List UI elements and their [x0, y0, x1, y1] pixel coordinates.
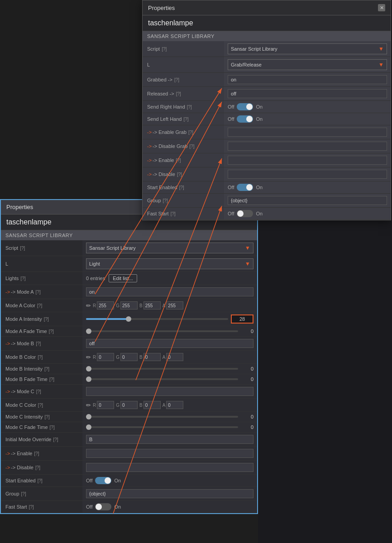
mode-a-a-input[interactable]	[166, 301, 183, 310]
bottom-start-enabled-toggle[interactable]	[95, 477, 111, 484]
mode-b-a-input[interactable]	[166, 353, 183, 361]
mode-a-b-input[interactable]	[143, 301, 161, 310]
top-start-enabled-toggle[interactable]	[237, 184, 253, 191]
mode-b-intensity-track[interactable]	[86, 368, 238, 370]
top-grabbed-value	[224, 73, 391, 87]
mode-b-g-input[interactable]	[120, 353, 138, 361]
top-group-input[interactable]	[228, 196, 387, 205]
bottom-sub-value[interactable]: Light ▼	[82, 256, 257, 272]
top-disable-value	[224, 167, 391, 181]
top-released-label: Released -> [?]	[143, 87, 224, 101]
mode-a-color-label: Mode A Color [?]	[1, 299, 82, 312]
bottom-start-enabled-value: Off On	[82, 475, 257, 487]
mode-b-fade-thumb[interactable]	[86, 376, 91, 382]
mode-b-r-input[interactable]	[97, 353, 114, 361]
mode-c-input[interactable]	[86, 387, 253, 396]
top-released-input[interactable]	[228, 89, 387, 98]
top-script-value[interactable]: Sansar Script Library ▼	[224, 41, 391, 57]
mode-c-intensity-thumb[interactable]	[86, 414, 91, 419]
mode-c-color-row: ✏ R G B A	[86, 401, 183, 409]
bottom-section-header: SANSAR SCRIPT LIBRARY	[1, 230, 257, 240]
top-send-left-knob	[246, 116, 253, 122]
mode-b-intensity-value: 0	[82, 364, 257, 374]
mode-b-intensity-val: 0	[241, 366, 253, 372]
mode-a-fade-thumb[interactable]	[86, 329, 91, 334]
mode-a-fade-track[interactable]	[86, 330, 238, 332]
lights-entries: 0 entries	[86, 276, 105, 281]
top-fast-start-knob	[237, 210, 244, 217]
mode-a-fade-label: Mode A Fade Time [?]	[1, 326, 82, 337]
top-enable-input[interactable]	[228, 156, 387, 165]
bottom-script-dropdown[interactable]: Sansar Script Library ▼	[86, 243, 253, 253]
mode-c-g-input[interactable]	[120, 401, 138, 409]
top-send-right-toggle[interactable]	[237, 103, 253, 110]
mode-b-color-picker-icon[interactable]: ✏	[86, 354, 91, 361]
mode-c-fade-thumb[interactable]	[86, 424, 91, 430]
top-send-left-toggle-row: Off On	[228, 115, 263, 123]
initial-mode-input[interactable]	[86, 435, 253, 444]
mode-b-color-value: ✏ R G B A	[82, 351, 257, 364]
bottom-sub-dropdown[interactable]: Light ▼	[86, 258, 253, 269]
top-fast-start-toggle[interactable]	[237, 210, 253, 217]
mode-a-intensity-slider: 28	[86, 314, 253, 324]
mode-b-color-row: ✏ R G B A	[86, 353, 183, 361]
top-enable-grab-input[interactable]	[228, 128, 387, 137]
mode-a-color-value: ✏ R G B A	[82, 299, 257, 312]
mode-b-b-channel: B	[139, 353, 161, 361]
top-sub-label: L	[143, 57, 224, 73]
mode-b-fade-val: 0	[241, 376, 253, 382]
top-enable-label: -> -> Enable [?]	[143, 153, 224, 167]
mode-a-color-picker-icon[interactable]: ✏	[86, 302, 91, 309]
top-send-left-value: Off On	[224, 113, 391, 125]
mode-c-color-picker-icon[interactable]: ✏	[86, 402, 91, 409]
bottom-fast-start-toggle[interactable]	[95, 503, 111, 510]
bottom-group-input[interactable]	[86, 489, 253, 498]
mode-c-intensity-value: 0	[82, 412, 257, 422]
mode-c-fade-val: 0	[241, 424, 253, 430]
top-send-left-toggle[interactable]	[237, 115, 253, 123]
top-script-dropdown[interactable]: Sansar Script Library ▼	[228, 43, 387, 54]
bottom-script-value[interactable]: Sansar Script Library ▼	[82, 240, 257, 256]
top-sub-dropdown-arrow: ▼	[378, 62, 384, 68]
mode-a-label: -> -> Mode A [?]	[1, 285, 82, 299]
top-grabbed-input[interactable]	[228, 75, 387, 84]
mode-c-intensity-track[interactable]	[86, 416, 238, 418]
mode-c-r-input[interactable]	[97, 401, 114, 409]
bottom-sub-dropdown-arrow: ▼	[245, 261, 250, 267]
mode-b-g-channel: G	[116, 353, 138, 361]
mode-c-fade-track[interactable]	[86, 426, 238, 428]
mode-b-input[interactable]	[86, 339, 253, 348]
bottom-properties-panel: Properties taschenlampe SANSAR SCRIPT LI…	[0, 199, 258, 514]
bottom-disable-value	[82, 461, 257, 475]
mode-b-b-input[interactable]	[143, 353, 161, 361]
mode-c-a-input[interactable]	[166, 401, 183, 409]
bottom-group-value	[82, 487, 257, 501]
top-disable-input[interactable]	[228, 170, 387, 179]
mode-a-intensity-box[interactable]: 28	[231, 314, 253, 324]
bottom-disable-label: -> -> Disable [?]	[1, 461, 82, 475]
mode-c-a-channel: A	[163, 401, 184, 409]
top-script-label: Script [?]	[143, 41, 224, 57]
top-group-value	[224, 194, 391, 208]
close-button[interactable]: ✕	[378, 4, 385, 11]
top-sub-dropdown[interactable]: Grab/Release ▼	[228, 59, 387, 70]
edit-list-button[interactable]: Edit list...	[109, 274, 137, 282]
bottom-enable-input[interactable]	[86, 449, 253, 458]
initial-mode-value	[82, 433, 257, 447]
top-disable-grab-input[interactable]	[228, 142, 387, 151]
bottom-start-enabled-toggle-row: Off On	[86, 477, 121, 484]
mode-a-input[interactable]	[86, 287, 253, 296]
mode-b-r-channel: R	[93, 353, 114, 361]
mode-a-intensity-track[interactable]	[86, 318, 228, 320]
mode-b-fade-track[interactable]	[86, 378, 238, 380]
bottom-disable-input[interactable]	[86, 463, 253, 472]
mode-c-b-input[interactable]	[143, 401, 161, 409]
mode-c-intensity-label: Mode C Intensity [?]	[1, 412, 82, 422]
mode-c-intensity-val: 0	[241, 414, 253, 419]
mode-a-g-input[interactable]	[120, 301, 138, 310]
mode-a-r-input[interactable]	[97, 301, 114, 310]
mode-a-intensity-thumb[interactable]	[126, 316, 131, 322]
top-section-header: SANSAR SCRIPT LIBRARY	[143, 31, 391, 41]
mode-b-intensity-thumb[interactable]	[86, 366, 91, 372]
top-sub-value[interactable]: Grab/Release ▼	[224, 57, 391, 73]
